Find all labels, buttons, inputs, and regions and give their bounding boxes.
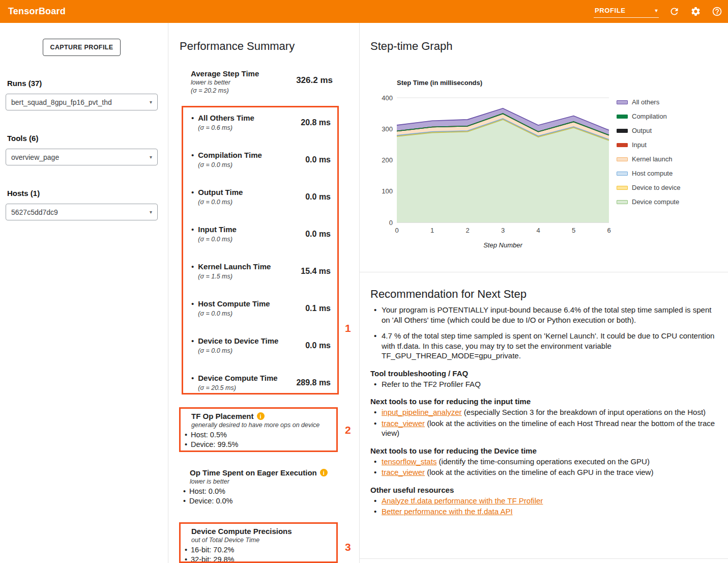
annotation-number-1: 1: [345, 322, 351, 334]
reload-button[interactable]: [668, 6, 680, 18]
eager-execution-list: Host: 0.0%Device: 0.0%: [182, 487, 334, 506]
y-tick-label: 300: [382, 125, 393, 133]
legend-swatch-icon: [617, 186, 628, 190]
recommendation-bullet: 4.7 % of the total step time sampled is …: [370, 331, 718, 361]
tf-op-placement-title: TF Op Placement: [191, 412, 254, 420]
hosts-field: Hosts (1) 5627c5dd7dc9 ▾: [6, 189, 158, 220]
link-trace-viewer[interactable]: trace_viewer: [382, 419, 425, 428]
link-input-pipeline-analyzer[interactable]: input_pipeline_analyzer: [382, 408, 462, 416]
link-analyze-tf-data-performance-with-the-tf-profiler[interactable]: Analyze tf.data performance with the TF …: [382, 496, 543, 505]
recommendation-item: trace_viewer (look at the activities on …: [370, 418, 718, 438]
legend-swatch-icon: [617, 200, 628, 204]
legend-item: Compilation: [617, 112, 680, 120]
reload-icon: [669, 6, 680, 17]
settings-button[interactable]: [689, 6, 702, 18]
metric-label: Device Compute Time: [198, 374, 296, 383]
link-trace-viewer[interactable]: trace_viewer: [382, 468, 425, 476]
bullet-icon: •: [191, 374, 194, 383]
chart-legend: All othersCompilationOutputInputKernel l…: [617, 98, 680, 206]
link-tensorflow-stats[interactable]: tensorflow_stats: [382, 457, 436, 466]
x-tick-label: 4: [536, 227, 540, 234]
chart-title: Step Time (in milliseconds): [397, 79, 482, 87]
bullet-icon: •: [191, 336, 194, 346]
step-time-chart[interactable]: 01002003004000123456Step Number: [375, 90, 614, 250]
legend-item: Kernel launch: [617, 155, 680, 163]
device-compute-precisions-list: 16-bit: 70.2%32-bit: 29.8%: [184, 545, 332, 563]
runs-select[interactable]: bert_squad_8gpu_fp16_pvt_thd ▾: [6, 94, 158, 110]
recommendation-panel: Recommendation for Next Step Your progra…: [360, 272, 728, 559]
hosts-select[interactable]: 5627c5dd7dc9 ▾: [6, 204, 158, 220]
recommendation-section-heading: Next tools to use for reducing the Devic…: [370, 446, 718, 455]
metric-value: 15.4 ms: [301, 262, 331, 276]
info-icon[interactable]: [257, 412, 265, 420]
annotation-number-2: 2: [345, 424, 351, 436]
recommendation-section-heading: Next tools to use for reducing the input…: [370, 397, 718, 406]
metric-row: •Input Time(σ = 0.0 ms)0.0 ms: [183, 225, 337, 262]
average-step-time-sigma: (σ = 20.2 ms): [191, 87, 318, 94]
eager-execution-item: Device: 0.0%: [182, 496, 334, 506]
legend-item: All others: [617, 98, 680, 106]
info-icon[interactable]: [320, 469, 328, 476]
capture-profile-button[interactable]: CAPTURE PROFILE: [43, 39, 121, 56]
metric-sigma: (σ = 0.0 ms): [198, 161, 305, 168]
recommendation-body: Your program is POTENTIALLY input-bound …: [370, 305, 718, 517]
x-tick-label: 0: [395, 227, 398, 234]
tools-select-value: overview_page: [11, 153, 59, 161]
eager-execution-note: lower is better: [190, 478, 334, 485]
y-tick-label: 100: [382, 187, 393, 195]
legend-swatch-icon: [617, 157, 628, 161]
x-tick-label: 5: [572, 227, 575, 234]
legend-swatch-icon: [617, 143, 628, 147]
recommendation-sections: Tool troubleshooting / FAQRefer to the T…: [370, 369, 718, 517]
metric-row: •Host Compute Time(σ = 0.0 ms)0.1 ms: [183, 299, 337, 336]
bullet-icon: •: [191, 299, 194, 308]
step-time-breakdown: •All Others Time(σ = 0.6 ms)20.8 ms•Comp…: [183, 107, 337, 393]
metric-value: 289.8 ms: [296, 374, 331, 387]
tools-select[interactable]: overview_page ▾: [6, 149, 158, 165]
legend-label: Device compute: [632, 198, 679, 206]
metric-value: 0.0 ms: [305, 225, 331, 239]
metric-value: 0.1 ms: [305, 299, 331, 313]
recommendation-item: input_pipeline_analyzer (especially Sect…: [370, 407, 718, 417]
average-step-time-value: 326.2 ms: [296, 75, 333, 86]
precision-item: 16-bit: 70.2%: [184, 545, 332, 555]
area-device-compute: [397, 120, 609, 222]
metric-value: 20.8 ms: [301, 114, 331, 127]
metric-label: Device to Device Time: [198, 336, 305, 346]
recommendation-item: Better performance with the tf.data API: [370, 506, 718, 517]
recommendation-section-heading: Tool troubleshooting / FAQ: [370, 369, 718, 378]
bullet-icon: •: [191, 225, 194, 234]
x-tick-label: 1: [430, 227, 434, 234]
metric-value: 0.0 ms: [305, 336, 331, 350]
metric-sigma: (σ = 1.5 ms): [198, 273, 301, 280]
eager-execution-item: Host: 0.0%: [182, 487, 334, 496]
dashboard-selector[interactable]: PROFILE ▾: [594, 5, 659, 18]
chevron-down-icon: ▾: [150, 154, 152, 160]
tools-field: Tools (6) overview_page ▾: [6, 134, 158, 165]
help-icon: [712, 6, 722, 17]
tools-label: Tools (6): [7, 134, 158, 143]
legend-label: Output: [632, 127, 652, 134]
sidebar: CAPTURE PROFILE Runs (37) bert_squad_8gp…: [0, 23, 168, 563]
metric-sigma: (σ = 0.6 ms): [198, 124, 301, 131]
runs-field: Runs (37) bert_squad_8gpu_fp16_pvt_thd ▾: [6, 79, 158, 110]
recommendation-title: Recommendation for Next Step: [370, 288, 527, 301]
metric-label: Kernel Launch Time: [198, 262, 301, 271]
metric-row: •Output Time(σ = 0.0 ms)0.0 ms: [183, 188, 337, 225]
legend-label: Device to device: [632, 184, 680, 191]
legend-item: Output: [617, 127, 680, 134]
link-better-performance-with-the-tf-data-api[interactable]: Better performance with the tf.data API: [382, 507, 513, 516]
step-time-graph-panel: Step-time Graph Step Time (in millisecon…: [360, 23, 728, 272]
recommendation-text: (look at the activities on the timeline …: [382, 419, 715, 438]
tf-op-placement-note: generally desired to have more ops on de…: [191, 421, 332, 429]
chevron-down-icon: ▾: [150, 209, 152, 215]
legend-label: Kernel launch: [632, 155, 673, 163]
annotation-box-2: TF Op Placement generally desired to hav…: [179, 407, 338, 452]
tf-op-placement-item: Device: 99.5%: [184, 440, 332, 449]
legend-label: Host compute: [632, 170, 673, 177]
recommendation-bullets: Your program is POTENTIALLY input-bound …: [370, 305, 718, 361]
bullet-icon: •: [191, 188, 194, 197]
help-button[interactable]: [711, 6, 723, 18]
recommendation-bullet: Your program is POTENTIALLY input-bound …: [370, 305, 718, 325]
app-title: TensorBoard: [8, 6, 66, 17]
